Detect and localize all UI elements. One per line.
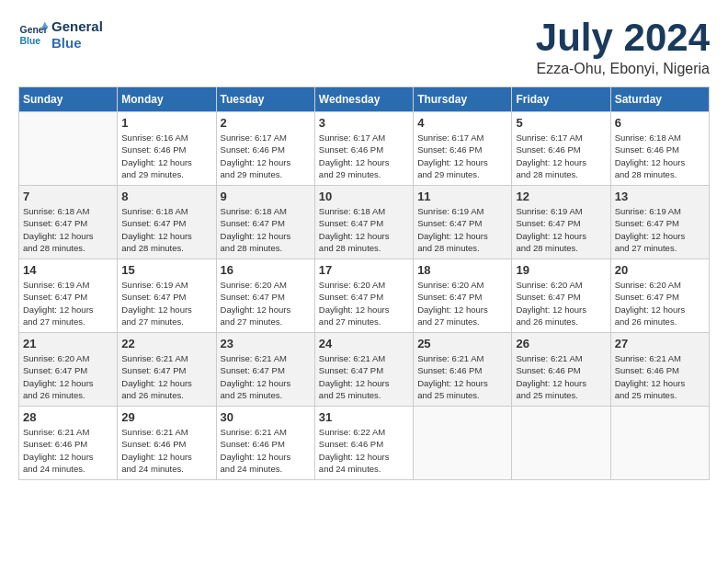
day-number: 29 (121, 410, 211, 424)
calendar-row-3: 21Sunrise: 6:20 AMSunset: 6:47 PMDayligh… (19, 333, 710, 407)
day-info: Sunrise: 6:21 AMSunset: 6:46 PMDaylight:… (417, 352, 507, 401)
day-info: Sunrise: 6:17 AMSunset: 6:46 PMDaylight:… (417, 132, 507, 180)
calendar-cell: 24Sunrise: 6:21 AMSunset: 6:47 PMDayligh… (314, 333, 413, 407)
day-number: 9 (221, 190, 311, 203)
day-number: 4 (417, 116, 507, 130)
day-info: Sunrise: 6:21 AMSunset: 6:46 PMDaylight:… (221, 426, 311, 475)
day-number: 24 (319, 337, 409, 350)
calendar-cell: 3Sunrise: 6:17 AMSunset: 6:46 PMDaylight… (314, 112, 413, 186)
weekday-header-friday: Friday (512, 87, 610, 112)
day-info: Sunrise: 6:19 AMSunset: 6:47 PMDaylight:… (23, 279, 113, 327)
calendar-cell: 15Sunrise: 6:19 AMSunset: 6:47 PMDayligh… (118, 259, 216, 333)
day-info: Sunrise: 6:18 AMSunset: 6:47 PMDaylight:… (221, 205, 311, 254)
day-info: Sunrise: 6:18 AMSunset: 6:46 PMDaylight:… (615, 132, 705, 180)
calendar-cell: 5Sunrise: 6:17 AMSunset: 6:46 PMDaylight… (512, 112, 610, 186)
day-number: 22 (121, 337, 211, 350)
logo-text: General Blue (51, 18, 103, 52)
calendar-cell: 11Sunrise: 6:19 AMSunset: 6:47 PMDayligh… (414, 186, 512, 259)
calendar-cell: 31Sunrise: 6:22 AMSunset: 6:46 PMDayligh… (314, 407, 413, 480)
day-info: Sunrise: 6:18 AMSunset: 6:47 PMDaylight:… (121, 205, 211, 254)
day-info: Sunrise: 6:19 AMSunset: 6:47 PMDaylight:… (121, 279, 211, 327)
logo-line1: General (51, 18, 103, 35)
calendar-cell: 23Sunrise: 6:21 AMSunset: 6:47 PMDayligh… (216, 333, 314, 407)
calendar-cell: 1Sunrise: 6:16 AMSunset: 6:46 PMDaylight… (118, 112, 216, 186)
day-number: 21 (23, 337, 113, 350)
calendar-cell: 8Sunrise: 6:18 AMSunset: 6:47 PMDaylight… (118, 186, 216, 259)
day-info: Sunrise: 6:20 AMSunset: 6:47 PMDaylight:… (516, 279, 606, 327)
calendar-cell: 20Sunrise: 6:20 AMSunset: 6:47 PMDayligh… (610, 259, 709, 333)
weekday-header-monday: Monday (118, 87, 216, 112)
day-number: 20 (615, 263, 705, 277)
calendar-cell: 9Sunrise: 6:18 AMSunset: 6:47 PMDaylight… (216, 186, 314, 259)
day-number: 11 (417, 190, 507, 203)
month-title: July 2024 (536, 18, 710, 57)
calendar-cell: 30Sunrise: 6:21 AMSunset: 6:46 PMDayligh… (216, 407, 314, 480)
calendar-cell: 25Sunrise: 6:21 AMSunset: 6:46 PMDayligh… (414, 333, 512, 407)
calendar-cell: 16Sunrise: 6:20 AMSunset: 6:47 PMDayligh… (216, 259, 314, 333)
day-info: Sunrise: 6:20 AMSunset: 6:47 PMDaylight:… (417, 279, 507, 327)
weekday-header-saturday: Saturday (610, 87, 709, 112)
calendar-cell: 21Sunrise: 6:20 AMSunset: 6:47 PMDayligh… (19, 333, 118, 407)
day-number: 18 (417, 263, 507, 277)
day-info: Sunrise: 6:20 AMSunset: 6:47 PMDaylight:… (23, 352, 113, 401)
calendar-cell: 14Sunrise: 6:19 AMSunset: 6:47 PMDayligh… (19, 259, 118, 333)
day-number: 2 (221, 116, 311, 130)
day-number: 17 (319, 263, 409, 277)
day-info: Sunrise: 6:21 AMSunset: 6:46 PMDaylight:… (121, 426, 211, 475)
day-info: Sunrise: 6:17 AMSunset: 6:46 PMDaylight:… (221, 132, 311, 180)
calendar-cell: 7Sunrise: 6:18 AMSunset: 6:47 PMDaylight… (19, 186, 118, 259)
day-number: 23 (221, 337, 311, 350)
day-number: 12 (516, 190, 606, 203)
day-number: 14 (23, 263, 113, 277)
day-number: 19 (516, 263, 606, 277)
calendar-row-2: 14Sunrise: 6:19 AMSunset: 6:47 PMDayligh… (19, 259, 710, 333)
calendar-cell: 10Sunrise: 6:18 AMSunset: 6:47 PMDayligh… (314, 186, 413, 259)
day-info: Sunrise: 6:21 AMSunset: 6:46 PMDaylight:… (516, 352, 606, 401)
calendar-cell (610, 407, 709, 480)
calendar-cell: 12Sunrise: 6:19 AMSunset: 6:47 PMDayligh… (512, 186, 610, 259)
calendar-cell: 29Sunrise: 6:21 AMSunset: 6:46 PMDayligh… (118, 407, 216, 480)
day-info: Sunrise: 6:17 AMSunset: 6:46 PMDaylight:… (319, 132, 409, 180)
logo-line2: Blue (51, 35, 103, 52)
day-info: Sunrise: 6:18 AMSunset: 6:47 PMDaylight:… (23, 205, 113, 254)
logo: General Blue General Blue (18, 18, 103, 52)
logo-icon: General Blue (18, 20, 48, 50)
day-info: Sunrise: 6:21 AMSunset: 6:47 PMDaylight:… (319, 352, 409, 401)
day-number: 7 (23, 190, 113, 203)
title-area: July 2024 Ezza-Ohu, Ebonyi, Nigeria (536, 18, 710, 77)
day-info: Sunrise: 6:19 AMSunset: 6:47 PMDaylight:… (615, 205, 705, 254)
calendar-row-4: 28Sunrise: 6:21 AMSunset: 6:46 PMDayligh… (19, 407, 710, 480)
location-title: Ezza-Ohu, Ebonyi, Nigeria (536, 61, 710, 77)
day-info: Sunrise: 6:18 AMSunset: 6:47 PMDaylight:… (319, 205, 409, 254)
calendar-row-1: 7Sunrise: 6:18 AMSunset: 6:47 PMDaylight… (19, 186, 710, 259)
day-number: 8 (121, 190, 211, 203)
calendar-cell (19, 112, 118, 186)
day-info: Sunrise: 6:21 AMSunset: 6:46 PMDaylight:… (615, 352, 705, 401)
svg-text:Blue: Blue (20, 36, 41, 46)
day-info: Sunrise: 6:22 AMSunset: 6:46 PMDaylight:… (319, 426, 409, 475)
weekday-header-row: SundayMondayTuesdayWednesdayThursdayFrid… (19, 87, 710, 112)
day-number: 26 (516, 337, 606, 350)
day-number: 25 (417, 337, 507, 350)
day-number: 30 (221, 410, 311, 424)
day-info: Sunrise: 6:16 AMSunset: 6:46 PMDaylight:… (121, 132, 211, 180)
day-number: 5 (516, 116, 606, 130)
calendar-cell: 22Sunrise: 6:21 AMSunset: 6:47 PMDayligh… (118, 333, 216, 407)
day-number: 27 (615, 337, 705, 350)
day-number: 6 (615, 116, 705, 130)
day-info: Sunrise: 6:19 AMSunset: 6:47 PMDaylight:… (417, 205, 507, 254)
calendar-cell: 26Sunrise: 6:21 AMSunset: 6:46 PMDayligh… (512, 333, 610, 407)
day-number: 10 (319, 190, 409, 203)
weekday-header-sunday: Sunday (19, 87, 118, 112)
day-number: 1 (121, 116, 211, 130)
calendar-row-0: 1Sunrise: 6:16 AMSunset: 6:46 PMDaylight… (19, 112, 710, 186)
calendar-cell: 28Sunrise: 6:21 AMSunset: 6:46 PMDayligh… (19, 407, 118, 480)
weekday-header-thursday: Thursday (414, 87, 512, 112)
weekday-header-wednesday: Wednesday (314, 87, 413, 112)
day-info: Sunrise: 6:21 AMSunset: 6:47 PMDaylight:… (221, 352, 311, 401)
day-info: Sunrise: 6:20 AMSunset: 6:47 PMDaylight:… (615, 279, 705, 327)
calendar-cell: 4Sunrise: 6:17 AMSunset: 6:46 PMDaylight… (414, 112, 512, 186)
day-number: 15 (121, 263, 211, 277)
day-info: Sunrise: 6:20 AMSunset: 6:47 PMDaylight:… (221, 279, 311, 327)
day-info: Sunrise: 6:17 AMSunset: 6:46 PMDaylight:… (516, 132, 606, 180)
